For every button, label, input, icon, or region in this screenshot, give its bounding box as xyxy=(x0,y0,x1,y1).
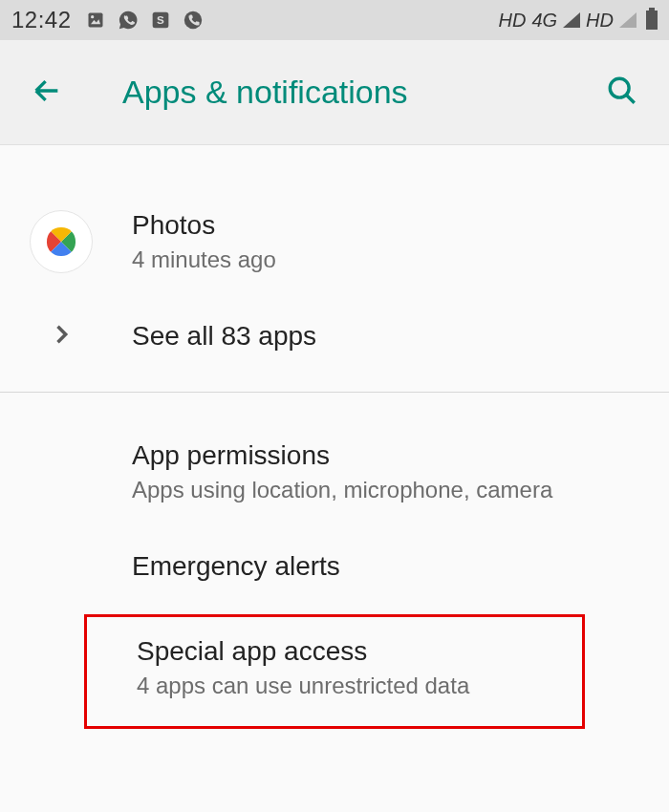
app-s-icon: S xyxy=(150,10,171,31)
emergency-alerts-label: Emergency alerts xyxy=(132,542,650,591)
status-right: HD 4G HD xyxy=(499,10,658,32)
see-all-apps[interactable]: See all 83 apps xyxy=(0,292,669,380)
app-permissions-label: App permissions xyxy=(132,440,650,471)
photo-notification-icon xyxy=(85,10,106,31)
status-bar: 12:42 S HD 4G HD xyxy=(0,0,669,40)
back-icon[interactable] xyxy=(31,75,63,111)
app-permissions-item[interactable]: App permissions Apps using location, mic… xyxy=(0,421,669,523)
signal-icon-1 xyxy=(563,12,580,28)
svg-line-7 xyxy=(626,95,635,103)
special-app-access-item[interactable]: Special app access 4 apps can use unrest… xyxy=(84,614,585,729)
app-item-photos[interactable]: Photos 4 minutes ago xyxy=(0,191,669,292)
search-icon[interactable] xyxy=(606,75,638,111)
photos-subtitle: 4 minutes ago xyxy=(132,246,650,273)
divider xyxy=(0,392,669,393)
battery-icon xyxy=(646,11,658,30)
see-all-label: See all 83 apps xyxy=(132,311,650,361)
app-bar: Apps & notifications xyxy=(0,40,669,145)
chevron-right-icon xyxy=(48,321,75,352)
svg-point-2 xyxy=(91,15,94,18)
special-access-label: Special app access xyxy=(137,636,555,667)
svg-point-6 xyxy=(610,78,629,97)
svg-text:S: S xyxy=(157,13,164,26)
photos-app-icon xyxy=(30,210,93,273)
status-time: 12:42 xyxy=(11,7,72,33)
whatsapp-icon xyxy=(118,10,139,31)
hd-indicator-1: HD xyxy=(499,10,527,32)
emergency-alerts-item[interactable]: Emergency alerts xyxy=(0,523,669,610)
svg-rect-0 xyxy=(88,13,102,28)
phone-icon xyxy=(183,10,204,31)
network-4g: 4G xyxy=(531,10,557,32)
page-title: Apps & notifications xyxy=(122,74,606,111)
special-access-subtitle: 4 apps can use unrestricted data xyxy=(137,673,555,699)
photos-label: Photos xyxy=(132,210,650,241)
app-permissions-subtitle: Apps using location, microphone, camera xyxy=(132,477,650,503)
signal-icon-2 xyxy=(619,12,637,28)
hd-indicator-2: HD xyxy=(586,10,614,32)
svg-point-5 xyxy=(183,11,201,29)
